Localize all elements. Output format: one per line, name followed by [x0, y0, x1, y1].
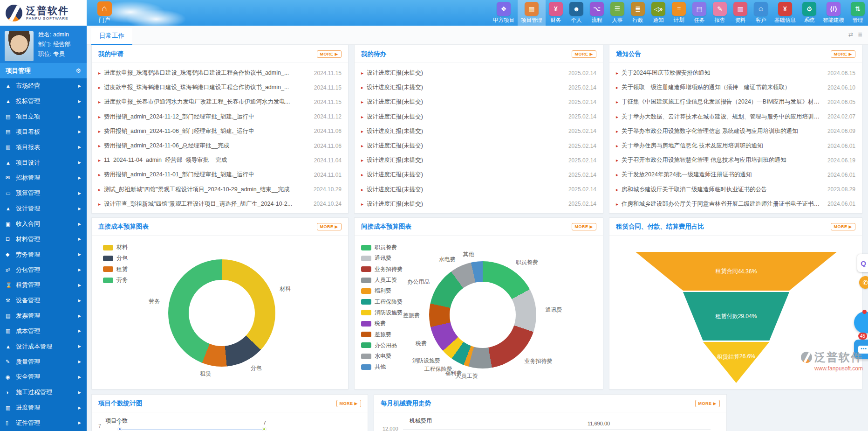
legend-item[interactable]: 办公用品 — [361, 340, 403, 351]
sidebar-menu-item[interactable]: ⌛ 租赁管理 ▶ — [0, 278, 87, 293]
list-item[interactable]: ▸ 进度款申报_珠海鹤港口建设_珠海鹤港口建设工程合作协议书_admin_...… — [98, 66, 342, 80]
top-nav-item[interactable]: ✎ 报告 — [710, 0, 730, 26]
list-item[interactable]: ▸ 设计进度汇报(未提交) 2025.02.14 — [361, 197, 596, 211]
sidebar-menu-item[interactable]: ✎ 质量管理 ▶ — [0, 354, 87, 369]
sidebar-menu-item[interactable]: ◉ 安全管理 ▶ — [0, 369, 87, 385]
list-item[interactable]: ▸ 关于发放2024年第24批一级建造师注册证书的通知 2024.06.01 — [616, 167, 855, 182]
list-item[interactable]: ▸ 费用报销_admin_2024-11-01_部门经理审批_胡建,_运行中 2… — [98, 167, 342, 182]
sidebar-menu-item[interactable]: ▥ 进度管理 ▶ — [0, 400, 87, 416]
more-button[interactable]: MORE ▶ — [317, 223, 342, 230]
list-item[interactable]: ▸ 设计进度汇报(未提交) 2025.02.14 — [361, 110, 596, 124]
sidebar-menu-item[interactable]: ▲ 设计管理 ▶ — [0, 201, 87, 216]
sidebar-menu-item[interactable]: ▭ 预算管理 ▶ — [0, 186, 87, 201]
legend-item[interactable]: 人员工资 — [361, 275, 403, 285]
top-nav-item[interactable]: ◁» 通知 — [648, 0, 669, 26]
top-nav-item[interactable]: ▤ 任务 — [689, 0, 710, 26]
sidebar-menu-item[interactable]: x² 分包管理 ▶ — [0, 262, 87, 278]
legend-item[interactable]: 材料 — [103, 242, 128, 253]
data-point[interactable] — [262, 427, 266, 431]
top-nav-item[interactable]: ▥ 资料 — [730, 0, 751, 26]
sidebar-menu-header[interactable]: 项目管理 ⚙ — [0, 63, 87, 78]
top-nav-item[interactable]: ⌥ 流程 — [587, 0, 607, 26]
sidebar-menu-item[interactable]: ◆ 劳务管理 ▶ — [0, 247, 87, 262]
list-item[interactable]: ▸ 设计进度汇报(未提交) 2025.02.14 — [361, 153, 596, 167]
more-button[interactable]: MORE ▶ — [695, 400, 720, 407]
legend-item[interactable]: 水电费 — [361, 351, 403, 361]
customer-service-qq-icon[interactable]: Q — [857, 254, 868, 272]
list-item[interactable]: ▸ 于征集《中国建筑施工行业信息化发展报告（2024）—BIM应用与发展》材料.… — [616, 95, 855, 109]
gear-icon[interactable]: ⚙ — [75, 67, 81, 74]
list-item[interactable]: ▸ 关于举办市政公用设施数字化管理信息 系统建设与应用培训班的通知 2024.0… — [616, 124, 855, 139]
legend-item[interactable]: 通讯费 — [361, 253, 403, 264]
legend-item[interactable]: 劳务 — [103, 275, 128, 285]
top-nav-item[interactable]: ☻ 个人 — [566, 0, 587, 26]
panel-toggle-icon[interactable]: ≣ — [858, 31, 862, 38]
list-item[interactable]: ▸ 进度款申报_珠海鹤港口建设_珠海鹤港口建设工程合作协议书_admin_...… — [98, 80, 342, 95]
sidebar-menu-item[interactable]: ▣ 收入合同 ▶ — [0, 216, 87, 232]
legend-item[interactable]: 业务招待费 — [361, 264, 403, 275]
top-nav-item[interactable]: ❖ 甲方项目 — [490, 0, 518, 26]
legend-item[interactable]: 其他 — [361, 361, 403, 372]
list-item[interactable]: ▸ 进度款申报_长春市伊通河水力发电厂改建工程_长春市伊通河水力发电... 20… — [98, 95, 342, 109]
top-nav-item[interactable]: ⚙ 系统 — [799, 0, 820, 26]
sidebar-menu-item[interactable]: ▲ 投标管理 ▶ — [0, 94, 87, 109]
sidebar-menu-item[interactable]: ▲ 市场经营 ▶ — [0, 78, 87, 94]
list-item[interactable]: ▸ 关于举办大数据、云计算技术在城市建设、规划、管理与服务中的应用培训班... … — [616, 110, 855, 124]
list-item[interactable]: ▸ 住房和城乡建设部办公厅关于同意吉林省开展二级建造师注册证书电子证书试点...… — [616, 197, 855, 211]
sidebar-menu-item[interactable]: ▤ 项目看板 ▶ — [0, 125, 87, 140]
list-item[interactable]: ▸ 设计进度汇报(未提交) 2025.02.14 — [361, 80, 596, 95]
more-button[interactable]: MORE ▶ — [572, 223, 596, 230]
legend-item[interactable]: 税费 — [361, 318, 403, 329]
list-item[interactable]: ▸ 设计进度汇报(未提交) 2025.02.14 — [361, 95, 596, 109]
list-item[interactable]: ▸ 关于举办住房与房地产信息化 技术及应用培训班的通知 2024.06.01 — [616, 139, 855, 153]
more-button[interactable]: MORE ▶ — [336, 400, 361, 407]
list-item[interactable]: ▸ 设计审查_彭祖新城"四馆"景观工程设计项目_请选择_胡广生_2024-10-… — [98, 197, 342, 211]
list-item[interactable]: ▸ 设计进度汇报(未提交) 2025.02.14 — [361, 139, 596, 153]
list-item[interactable]: ▸ 设计进度汇报(未提交) 2025.02.14 — [361, 167, 596, 182]
sidebar-menu-item[interactable]: ▲ 设计成本管理 ▶ — [0, 339, 87, 354]
list-item[interactable]: ▸ 关于2024年国庆节放假安排的通知 2024.06.15 — [616, 66, 855, 80]
tab-daily-work[interactable]: 日常工作 — [91, 28, 132, 45]
sidebar-menu-item[interactable]: ✉ 招标管理 ▶ — [0, 170, 87, 186]
more-button[interactable]: MORE ▶ — [317, 50, 342, 58]
list-item[interactable]: ▸ 房和城乡建设厅关于取消二级建造师临时执业证书的公告 2023.08.29 — [616, 182, 855, 197]
list-item[interactable]: ▸ 测试_彭祖新城"四馆"景观工程设计项目_2024-10-29_admin_结… — [98, 182, 342, 197]
funnel-stage[interactable]: 租赁合同44.36% — [636, 252, 837, 291]
list-item[interactable]: ▸ 设计进度汇报(未提交) 2025.02.14 — [361, 66, 596, 80]
top-nav-item[interactable]: ≡ 计划 — [669, 0, 689, 26]
legend-item[interactable]: 福利费 — [361, 285, 403, 296]
top-nav-item[interactable]: ▦ 项目管理 — [518, 0, 546, 26]
top-nav-item[interactable]: ¥ 基础信息 — [771, 0, 799, 26]
list-item[interactable]: ▸ 设计进度汇报(未提交) 2025.02.14 — [361, 182, 596, 197]
legend-item[interactable]: 分包 — [103, 253, 128, 264]
top-nav-item[interactable]: ¥ 财务 — [546, 0, 566, 26]
legend-item[interactable]: 差旅费 — [361, 329, 403, 340]
list-item[interactable]: ▸ 11_2024-11-04_admin_经营部_领导审批__完成 2024.… — [98, 153, 342, 167]
legend-item[interactable]: 消防设施费 — [361, 307, 403, 318]
sidebar-menu-item[interactable]: ⚒ 设备管理 ▶ — [0, 293, 87, 308]
sidebar-menu-item[interactable]: ▤ 发票管理 ▶ — [0, 308, 87, 324]
legend-item[interactable]: 工程保险费 — [361, 296, 403, 307]
top-nav-item[interactable]: ☰ 人事 — [607, 0, 628, 26]
sidebar-menu-item[interactable]: ▤ 项目立项 ▶ — [0, 109, 87, 125]
sidebar-menu-item[interactable]: ▥ 项目报表 ▶ — [0, 139, 87, 155]
list-item[interactable]: ▸ 关于召开市政公用设施智慧化管理 信息技术与应用培训班的通知 2024.06.… — [616, 153, 855, 167]
sidebar-menu-item[interactable]: ▯ 证件管理 ▶ — [0, 416, 87, 431]
legend-item[interactable]: 租赁 — [103, 264, 128, 275]
top-nav-item[interactable]: ⟨/⟩ 智能建模 — [820, 0, 847, 26]
key-icon[interactable]: ⇄ — [848, 31, 853, 38]
list-item[interactable]: ▸ 设计进度汇报(未提交) 2025.02.14 — [361, 124, 596, 139]
top-nav-item[interactable]: ☺ 客户 — [751, 0, 771, 26]
more-button[interactable]: MORE ▶ — [572, 50, 596, 58]
funnel-stage[interactable]: 租赁付款29.04% — [636, 292, 837, 341]
sidebar-menu-item[interactable]: ◑ 施工过程管理 ▶ — [0, 385, 87, 400]
top-nav-item[interactable]: ⇅ 管理 — [847, 0, 868, 26]
more-button[interactable]: MORE ▶ — [831, 50, 855, 58]
sidebar-menu-item[interactable]: ▲ 项目设计 ▶ — [0, 155, 87, 170]
list-item[interactable]: ▸ 费用报销_admin_2024-11-06_部门经理审批_胡建,_运行中 2… — [98, 124, 342, 139]
list-item[interactable]: ▸ 费用报销_admin_2024-11-12_部门经理审批_胡建,_运行中 2… — [98, 110, 342, 124]
top-nav-item[interactable]: ≣ 行政 — [628, 0, 648, 26]
sidebar-menu-item[interactable]: ⊟ 材料管理 ▶ — [0, 231, 87, 247]
data-point[interactable] — [118, 427, 122, 431]
sidebar-menu-item[interactable]: ▥ 成本管理 ▶ — [0, 324, 87, 339]
